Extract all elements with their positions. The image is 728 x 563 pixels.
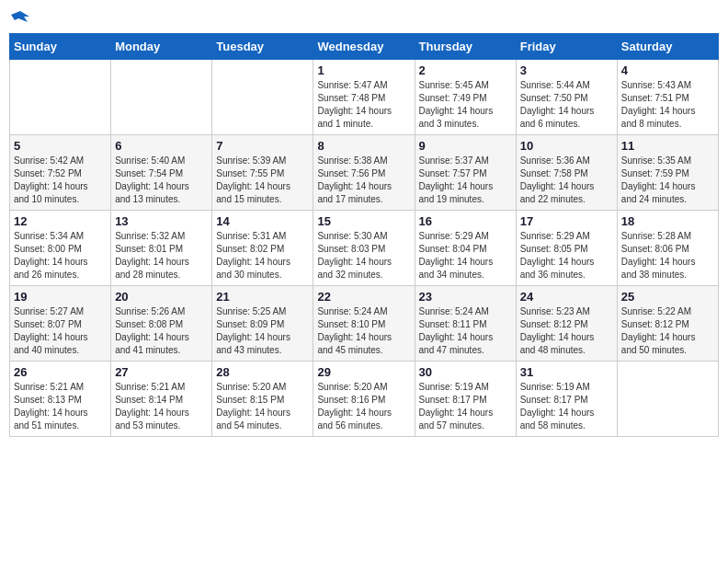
day-number: 23 [419, 290, 512, 304]
day-header-saturday: Saturday [617, 34, 718, 60]
day-number: 8 [317, 139, 410, 153]
day-info: Sunrise: 5:37 AM Sunset: 7:57 PM Dayligh… [419, 155, 512, 206]
day-number: 17 [520, 214, 613, 228]
day-info: Sunrise: 5:29 AM Sunset: 8:04 PM Dayligh… [419, 230, 512, 282]
day-info: Sunrise: 5:43 AM Sunset: 7:51 PM Dayligh… [621, 79, 714, 131]
day-number: 12 [14, 214, 107, 228]
day-number: 22 [317, 290, 410, 304]
day-info: Sunrise: 5:21 AM Sunset: 8:14 PM Dayligh… [115, 381, 208, 432]
day-info: Sunrise: 5:32 AM Sunset: 8:01 PM Dayligh… [115, 230, 208, 282]
day-number: 9 [419, 139, 512, 153]
page-header [9, 9, 719, 26]
day-info: Sunrise: 5:45 AM Sunset: 7:49 PM Dayligh… [419, 79, 512, 131]
day-header-wednesday: Wednesday [313, 34, 415, 60]
calendar-week-row: 12Sunrise: 5:34 AM Sunset: 8:00 PM Dayli… [10, 211, 719, 286]
day-info: Sunrise: 5:36 AM Sunset: 7:58 PM Dayligh… [520, 155, 613, 206]
day-info: Sunrise: 5:27 AM Sunset: 8:07 PM Dayligh… [14, 305, 107, 357]
logo-bird-icon [11, 9, 29, 26]
calendar-cell: 2Sunrise: 5:45 AM Sunset: 7:49 PM Daylig… [415, 60, 516, 135]
day-info: Sunrise: 5:25 AM Sunset: 8:09 PM Dayligh… [216, 305, 309, 357]
day-number: 7 [216, 139, 309, 153]
calendar-cell: 4Sunrise: 5:43 AM Sunset: 7:51 PM Daylig… [617, 60, 718, 135]
day-number: 18 [621, 214, 714, 228]
calendar-cell: 15Sunrise: 5:30 AM Sunset: 8:03 PM Dayli… [313, 211, 415, 286]
calendar-cell: 27Sunrise: 5:21 AM Sunset: 8:14 PM Dayli… [111, 362, 212, 437]
day-number: 30 [419, 365, 512, 379]
day-info: Sunrise: 5:19 AM Sunset: 8:17 PM Dayligh… [520, 381, 613, 432]
day-number: 27 [115, 365, 208, 379]
calendar-cell [212, 60, 313, 135]
calendar-cell: 10Sunrise: 5:36 AM Sunset: 7:58 PM Dayli… [516, 135, 617, 211]
logo [9, 9, 29, 26]
calendar-cell [617, 362, 718, 437]
calendar-cell: 20Sunrise: 5:26 AM Sunset: 8:08 PM Dayli… [111, 286, 212, 362]
day-number: 1 [317, 63, 410, 77]
day-info: Sunrise: 5:30 AM Sunset: 8:03 PM Dayligh… [317, 230, 410, 282]
calendar-week-row: 26Sunrise: 5:21 AM Sunset: 8:13 PM Dayli… [10, 362, 719, 437]
calendar-cell: 23Sunrise: 5:24 AM Sunset: 8:11 PM Dayli… [415, 286, 516, 362]
day-header-monday: Monday [111, 34, 212, 60]
calendar-cell: 22Sunrise: 5:24 AM Sunset: 8:10 PM Dayli… [313, 286, 415, 362]
calendar-cell: 14Sunrise: 5:31 AM Sunset: 8:02 PM Dayli… [212, 211, 313, 286]
calendar-cell [10, 60, 111, 135]
day-number: 15 [317, 214, 410, 228]
day-info: Sunrise: 5:42 AM Sunset: 7:52 PM Dayligh… [14, 155, 107, 206]
calendar-week-row: 1Sunrise: 5:47 AM Sunset: 7:48 PM Daylig… [10, 60, 719, 135]
day-info: Sunrise: 5:29 AM Sunset: 8:05 PM Dayligh… [520, 230, 613, 282]
day-number: 21 [216, 290, 309, 304]
calendar-cell: 19Sunrise: 5:27 AM Sunset: 8:07 PM Dayli… [10, 286, 111, 362]
calendar-week-row: 19Sunrise: 5:27 AM Sunset: 8:07 PM Dayli… [10, 286, 719, 362]
day-info: Sunrise: 5:23 AM Sunset: 8:12 PM Dayligh… [520, 305, 613, 357]
day-info: Sunrise: 5:22 AM Sunset: 8:12 PM Dayligh… [621, 305, 714, 357]
calendar-cell: 12Sunrise: 5:34 AM Sunset: 8:00 PM Dayli… [10, 211, 111, 286]
day-header-thursday: Thursday [415, 34, 516, 60]
day-info: Sunrise: 5:39 AM Sunset: 7:55 PM Dayligh… [216, 155, 309, 206]
calendar-cell: 24Sunrise: 5:23 AM Sunset: 8:12 PM Dayli… [516, 286, 617, 362]
calendar-cell: 28Sunrise: 5:20 AM Sunset: 8:15 PM Dayli… [212, 362, 313, 437]
day-number: 20 [115, 290, 208, 304]
day-info: Sunrise: 5:21 AM Sunset: 8:13 PM Dayligh… [14, 381, 107, 432]
calendar-cell: 25Sunrise: 5:22 AM Sunset: 8:12 PM Dayli… [617, 286, 718, 362]
day-info: Sunrise: 5:24 AM Sunset: 8:10 PM Dayligh… [317, 305, 410, 357]
day-number: 3 [520, 63, 613, 77]
day-number: 31 [520, 365, 613, 379]
calendar-cell: 29Sunrise: 5:20 AM Sunset: 8:16 PM Dayli… [313, 362, 415, 437]
calendar-cell: 17Sunrise: 5:29 AM Sunset: 8:05 PM Dayli… [516, 211, 617, 286]
calendar-cell: 6Sunrise: 5:40 AM Sunset: 7:54 PM Daylig… [111, 135, 212, 211]
day-number: 13 [115, 214, 208, 228]
calendar-cell: 16Sunrise: 5:29 AM Sunset: 8:04 PM Dayli… [415, 211, 516, 286]
day-number: 29 [317, 365, 410, 379]
day-info: Sunrise: 5:34 AM Sunset: 8:00 PM Dayligh… [14, 230, 107, 282]
calendar-table: SundayMondayTuesdayWednesdayThursdayFrid… [9, 33, 719, 437]
day-info: Sunrise: 5:38 AM Sunset: 7:56 PM Dayligh… [317, 155, 410, 206]
day-info: Sunrise: 5:19 AM Sunset: 8:17 PM Dayligh… [419, 381, 512, 432]
day-number: 6 [115, 139, 208, 153]
day-number: 28 [216, 365, 309, 379]
day-number: 19 [14, 290, 107, 304]
calendar-cell: 21Sunrise: 5:25 AM Sunset: 8:09 PM Dayli… [212, 286, 313, 362]
day-number: 10 [520, 139, 613, 153]
calendar-cell: 18Sunrise: 5:28 AM Sunset: 8:06 PM Dayli… [617, 211, 718, 286]
day-info: Sunrise: 5:47 AM Sunset: 7:48 PM Dayligh… [317, 79, 410, 131]
calendar-cell: 1Sunrise: 5:47 AM Sunset: 7:48 PM Daylig… [313, 60, 415, 135]
calendar-cell [111, 60, 212, 135]
calendar-cell: 5Sunrise: 5:42 AM Sunset: 7:52 PM Daylig… [10, 135, 111, 211]
day-number: 26 [14, 365, 107, 379]
calendar-cell: 31Sunrise: 5:19 AM Sunset: 8:17 PM Dayli… [516, 362, 617, 437]
day-info: Sunrise: 5:31 AM Sunset: 8:02 PM Dayligh… [216, 230, 309, 282]
svg-marker-0 [11, 11, 29, 22]
calendar-cell: 3Sunrise: 5:44 AM Sunset: 7:50 PM Daylig… [516, 60, 617, 135]
calendar-cell: 7Sunrise: 5:39 AM Sunset: 7:55 PM Daylig… [212, 135, 313, 211]
day-number: 2 [419, 63, 512, 77]
calendar-cell: 13Sunrise: 5:32 AM Sunset: 8:01 PM Dayli… [111, 211, 212, 286]
day-info: Sunrise: 5:44 AM Sunset: 7:50 PM Dayligh… [520, 79, 613, 131]
day-info: Sunrise: 5:28 AM Sunset: 8:06 PM Dayligh… [621, 230, 714, 282]
day-number: 16 [419, 214, 512, 228]
day-number: 14 [216, 214, 309, 228]
calendar-cell: 30Sunrise: 5:19 AM Sunset: 8:17 PM Dayli… [415, 362, 516, 437]
day-info: Sunrise: 5:20 AM Sunset: 8:16 PM Dayligh… [317, 381, 410, 432]
day-number: 5 [14, 139, 107, 153]
calendar-week-row: 5Sunrise: 5:42 AM Sunset: 7:52 PM Daylig… [10, 135, 719, 211]
day-info: Sunrise: 5:20 AM Sunset: 8:15 PM Dayligh… [216, 381, 309, 432]
calendar-cell: 9Sunrise: 5:37 AM Sunset: 7:57 PM Daylig… [415, 135, 516, 211]
